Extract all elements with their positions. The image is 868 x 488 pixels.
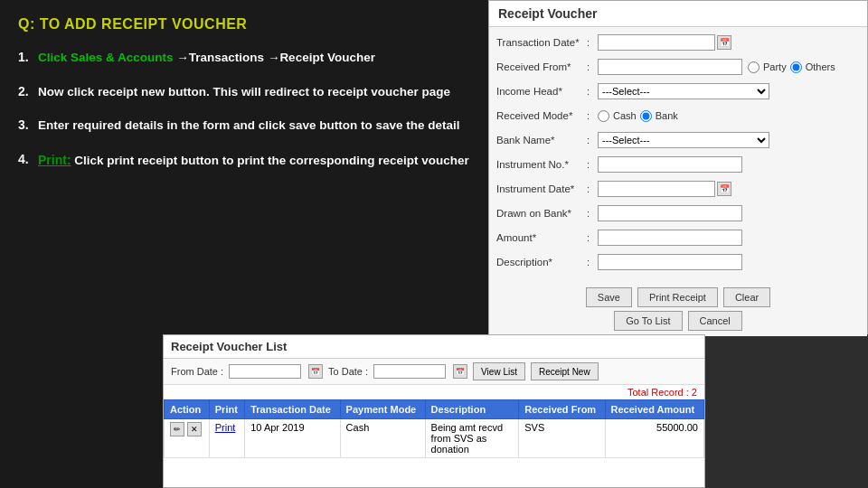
list-title: Receipt Voucher List [164,335,704,359]
col-print: Print [209,400,244,419]
instrument-date-label: Instrument Date* [496,183,587,194]
to-date-calendar-icon[interactable]: 📅 [453,364,467,379]
col-description: Description [425,400,519,419]
receipt-new-button[interactable]: Receipt New [531,362,599,380]
drawn-on-bank-row: Drawn on Bank* : [496,203,860,223]
table-row: ✏ ✕ Print 10 Apr 2019 Cash Being amt rec… [165,419,704,458]
row-received-from: SVS [519,419,605,458]
amount-label: Amount* [496,232,587,243]
step-4-body: Click print receipt button to print the … [74,154,469,167]
step-1-number: 1. [18,50,38,64]
income-head-row: Income Head* : ---Select--- [496,81,860,101]
colon7: : [587,183,598,194]
received-from-row: Received From* : Party Others [496,57,860,77]
to-date-input[interactable] [373,364,446,379]
from-date-label: From Date : [171,366,223,377]
step-2-text: Now click receipt new button. This will … [38,83,450,101]
instrument-date-calendar-icon[interactable]: 📅 [717,182,731,196]
party-radio[interactable] [748,61,760,73]
form-body: Transaction Date* : 📅 Received From* : P… [489,27,867,282]
edit-icon[interactable]: ✏ [170,422,184,436]
voucher-table-body: ✏ ✕ Print 10 Apr 2019 Cash Being amt rec… [165,419,704,458]
delete-icon[interactable]: ✕ [187,422,202,436]
others-radio[interactable] [790,61,802,73]
instrument-no-input[interactable] [598,156,742,173]
colon6: : [587,159,598,170]
drawn-on-bank-input[interactable] [598,205,742,221]
cash-radio[interactable] [598,110,609,122]
print-link[interactable]: Print [215,422,236,433]
bank-name-label: Bank Name* [496,135,587,145]
step-4-number: 4. [18,152,38,166]
clear-button[interactable]: Clear [723,287,770,307]
colon5: : [587,135,598,145]
colon4: : [587,110,598,121]
steps-list: 1. Click Sales & Accounts →Transactions … [18,49,470,169]
view-list-button[interactable]: View List [473,362,525,380]
receipt-voucher-list: Receipt Voucher List From Date : 📅 To Da… [163,334,705,488]
step-1-arrow1: →Transactions [176,51,264,64]
colon3: : [587,86,598,97]
received-mode-radio-group: Cash Bank [598,110,678,122]
from-date-calendar-icon[interactable]: 📅 [308,364,323,379]
received-from-label: Received From* [496,61,587,72]
bank-label: Bank [656,110,678,121]
action-icons: ✏ ✕ [170,422,203,436]
step-1: 1. Click Sales & Accounts →Transactions … [18,49,470,67]
row-action: ✏ ✕ [165,419,210,458]
row-received-amount: 55000.00 [605,419,703,458]
from-date-input[interactable] [229,364,301,379]
voucher-table: Action Print Transaction Date Payment Mo… [164,399,704,458]
cancel-button[interactable]: Cancel [688,311,742,331]
bank-name-select[interactable]: ---Select--- [598,132,769,148]
step-4: 4. Print: Click print receipt button to … [18,151,470,170]
step-2-number: 2. [18,84,38,99]
step-3: 3. Enter required details in the form an… [18,117,470,135]
instrument-no-label: Instrument No.* [496,159,587,170]
instrument-no-row: Instrument No.* : [496,155,860,174]
col-received-from: Received From [519,400,605,419]
print-label: Print: [38,153,71,167]
col-received-amount: Received Amount [605,400,703,419]
receipt-voucher-form: Receipt Voucher Transaction Date* : 📅 Re… [488,0,868,334]
cash-label: Cash [613,110,637,121]
table-header-row: Action Print Transaction Date Payment Mo… [165,400,704,419]
instrument-date-row: Instrument Date* : 📅 [496,179,860,199]
bank-name-row: Bank Name* : ---Select--- [496,130,860,150]
row-description: Being amt recvd from SVS as donation [425,419,519,458]
step-1-text: Click Sales & Accounts →Transactions →Re… [38,49,375,67]
transaction-date-input[interactable] [598,34,715,51]
secondary-btn-row: Go To List Cancel [614,311,742,331]
step-2: 2. Now click receipt new button. This wi… [18,83,470,101]
received-from-input[interactable] [598,59,742,75]
voucher-table-container: Action Print Transaction Date Payment Mo… [164,399,704,458]
colon2: : [587,61,598,72]
primary-btn-row: Save Print Receipt Clear [586,287,770,307]
received-mode-label: Received Mode* [496,110,587,121]
save-button[interactable]: Save [586,287,632,307]
others-label: Others [806,61,835,72]
to-date-label: To Date : [328,366,368,377]
col-action: Action [165,400,210,419]
received-from-radio-group: Party Others [748,61,835,73]
step-1-arrow2: →Receipt Voucher [268,51,375,64]
income-head-select[interactable]: ---Select--- [598,83,769,99]
amount-input[interactable] [598,230,742,246]
transaction-date-calendar-icon[interactable]: 📅 [717,35,731,50]
instrument-date-input[interactable] [598,181,715,197]
description-input[interactable] [598,254,742,270]
description-row: Description* : [496,252,860,272]
colon8: : [587,208,598,219]
go-to-list-button[interactable]: Go To List [614,311,682,331]
step-1-highlight: Click Sales & Accounts [38,51,174,64]
print-receipt-button[interactable]: Print Receipt [637,287,718,307]
transaction-date-label: Transaction Date* [496,37,587,48]
drawn-on-bank-label: Drawn on Bank* [496,208,587,219]
row-payment-mode: Cash [340,419,425,458]
page-title: Q: TO ADD RECEIPT VOUCHER [18,16,470,33]
party-label: Party [763,61,787,72]
row-transaction-date: 10 Apr 2019 [245,419,340,458]
form-title: Receipt Voucher [489,1,867,27]
bank-radio[interactable] [640,110,652,122]
colon10: : [587,257,598,267]
